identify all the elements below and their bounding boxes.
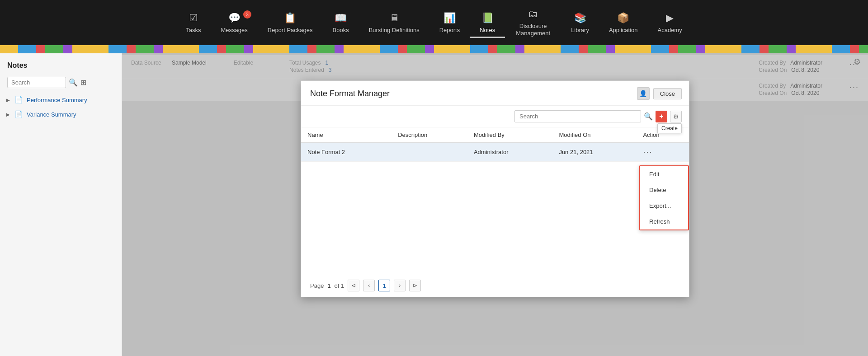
cell-action: ··· Edit Delete Export... Refresh [637,143,689,162]
dialog-user-icon-button[interactable]: 👤 [637,87,650,100]
col-modified-by: Modified By [467,127,552,143]
dialog-search-icon[interactable]: 🔍 [644,112,653,121]
bursting-definitions-icon: 🖥 [389,12,399,24]
note-formats-table: Name Description Modified By Modified On [301,127,689,162]
nav-item-tasks[interactable]: ☑ Tasks [176,8,211,38]
note-format-manager-dialog: Note Format Manager 👤 Close 🔍 + [301,80,689,297]
context-menu-delete[interactable]: Delete [640,182,688,198]
dialog-gear-button[interactable]: ⚙ [670,111,682,122]
dialog-header-actions: 👤 Close [637,87,682,100]
table-header-row: Name Description Modified By Modified On [301,127,689,143]
report-packages-label: Report Packages [268,27,313,33]
dialog-create-button[interactable]: + [656,111,667,122]
sidebar-item-label-2: Variance Summary [27,111,76,118]
create-tooltip: Create [657,123,682,133]
nav-item-disclosure-management[interactable]: 🗂 Disclosure Management [505,4,561,41]
library-label: Library [571,27,589,33]
sidebar-item-label: Performance Summary [27,97,87,103]
sidebar-item-performance-summary[interactable]: ▶ 📄 Performance Summary [0,93,122,107]
page-prev-button[interactable]: ‹ [363,280,375,291]
sidebar-item-variance-summary[interactable]: ▶ 📄 Variance Summary [0,107,122,122]
library-icon: 📚 [574,12,586,24]
application-icon: 📦 [617,12,629,24]
sidebar-title: Notes [0,58,122,75]
notes-active-underline [470,37,505,38]
notes-icon: 📗 [481,12,494,24]
books-label: Books [333,27,349,33]
col-description: Description [392,127,467,143]
nav-items-container: ☑ Tasks 💬 3 Messages 📋 Report Packages 📖… [9,4,859,41]
doc-icon-2: 📄 [14,110,23,118]
context-menu-refresh[interactable]: Refresh [640,214,688,230]
bursting-definitions-label: Bursting Definitions [369,27,420,33]
doc-icon: 📄 [14,96,23,104]
disclosure-management-label: Disclosure Management [515,23,551,37]
banner-strip [0,45,868,53]
cell-name: Note Format 2 [301,143,392,162]
disclosure-management-icon: 🗂 [528,8,538,20]
col-name: Name [301,127,392,143]
dialog-title: Note Format Manager [310,89,390,98]
tasks-icon: ☑ [189,12,198,24]
nav-item-application[interactable]: 📦 Application [599,8,648,38]
tasks-label: Tasks [186,27,201,33]
messages-badge: 3 [243,10,251,19]
page-of: of 1 [335,282,344,289]
expand-arrow-icon: ▶ [6,98,11,103]
table-row[interactable]: Note Format 2 Administrator Jun 21, 2021 [301,143,689,162]
top-navigation: ☑ Tasks 💬 3 Messages 📋 Report Packages 📖… [0,0,868,45]
academy-label: Academy [658,27,682,33]
reports-icon: 📊 [443,12,456,24]
dialog-search-input[interactable] [514,110,641,122]
nav-item-academy[interactable]: ▶ Academy [648,8,692,38]
messages-icon: 💬 [228,12,241,24]
right-area: ⚙ Data Source Sample Model Editable Tota… [122,53,868,356]
page-last-button[interactable]: ⊳ [409,280,421,291]
reports-label: Reports [439,27,460,33]
cell-description [392,143,467,162]
gear-button-container: ⚙ Create [670,111,682,122]
page-next-button[interactable]: › [394,280,406,291]
academy-icon: ▶ [666,12,674,24]
report-packages-icon: 📋 [284,12,296,24]
page-label: Page [310,282,324,289]
create-button-container: + [656,111,667,122]
page-first-button[interactable]: ⊲ [348,280,359,291]
nav-item-library[interactable]: 📚 Library [561,8,599,38]
dialog-overlay: Note Format Manager 👤 Close 🔍 + [122,53,868,356]
nav-item-bursting-definitions[interactable]: 🖥 Bursting Definitions [359,8,429,38]
nav-item-books[interactable]: 📖 Books [323,8,359,38]
cell-modified-by: Administrator [467,143,552,162]
nav-item-reports[interactable]: 📊 Reports [429,8,470,38]
sidebar-filter-button[interactable]: ⊞ [80,78,86,87]
dialog-footer: Page 1 of 1 ⊲ ‹ 1 › ⊳ [301,274,689,297]
dialog-header: Note Format Manager 👤 Close [301,81,689,106]
sidebar-search-container: 🔍 ⊞ [0,75,122,93]
sidebar-search-input[interactable] [7,77,66,88]
context-menu-export[interactable]: Export... [640,198,688,214]
books-icon: 📖 [335,12,347,24]
nav-item-report-packages[interactable]: 📋 Report Packages [258,8,323,38]
expand-arrow-icon-2: ▶ [6,112,11,117]
dialog-close-button[interactable]: Close [653,88,682,99]
row-action-dots[interactable]: ··· [643,147,652,156]
dialog-toolbar: 🔍 + ⚙ Create [301,106,689,127]
cell-modified-on: Jun 21, 2021 [552,143,637,162]
page-current-indicator: 1 [378,280,390,291]
messages-label: Messages [221,27,248,33]
notes-label: Notes [480,27,495,33]
application-label: Application [609,27,638,33]
context-menu: Edit Delete Export... Refresh [639,165,689,230]
dialog-table-container: Name Description Modified By Modified On [301,127,689,274]
user-icon: 👤 [639,90,647,97]
sidebar: Notes 🔍 ⊞ ▶ 📄 Performance Summary ▶ 📄 Va… [0,53,122,356]
context-menu-edit[interactable]: Edit [640,166,688,182]
main-content: Notes 🔍 ⊞ ▶ 📄 Performance Summary ▶ 📄 Va… [0,53,868,356]
sidebar-search-button[interactable]: 🔍 [69,78,78,87]
nav-item-messages[interactable]: 💬 3 Messages [211,8,258,38]
page-number: 1 [327,282,330,289]
col-modified-on: Modified On [552,127,637,143]
nav-item-notes[interactable]: 📗 Notes [470,8,505,38]
